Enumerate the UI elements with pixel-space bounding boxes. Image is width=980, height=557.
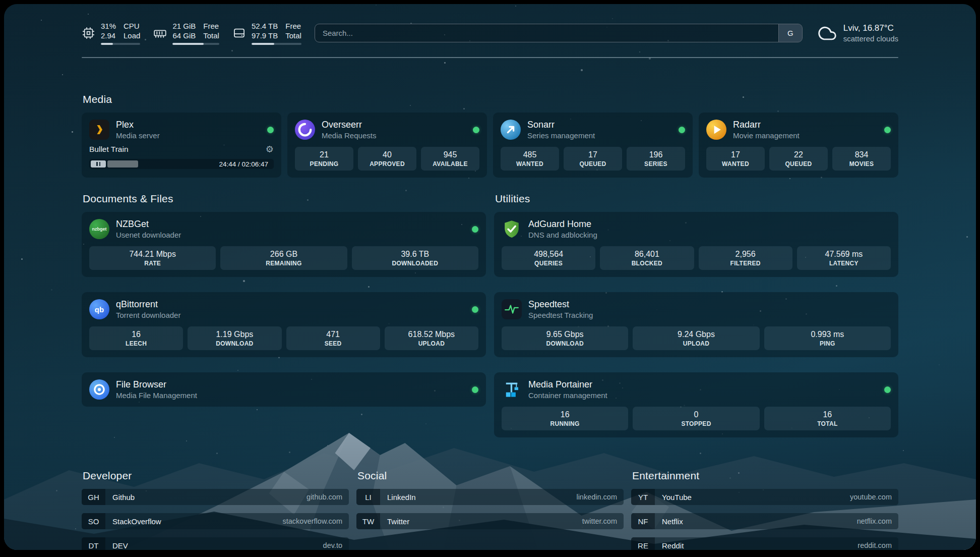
service-card-adguard[interactable]: AdGuard Home DNS and adblocking 498,564 … xyxy=(494,212,898,277)
service-card-portainer[interactable]: Media Portainer Container management 16 … xyxy=(494,372,898,437)
stat-value: 47.569 ms xyxy=(798,250,890,259)
stat-series: 196 SERIES xyxy=(627,147,685,171)
bookmark-url: dev.to xyxy=(323,541,349,549)
bookmark-linkedin[interactable]: LI LinkedIn linkedin.com xyxy=(356,489,624,505)
stat-label: RUNNING xyxy=(503,420,627,427)
stat-value: 9.24 Gbps xyxy=(634,330,758,339)
service-name: Radarr xyxy=(733,120,878,130)
cpu-widget: 31% 2.94 CPU Load xyxy=(82,21,140,45)
pause-button[interactable] xyxy=(91,160,106,168)
stat-value: 498,564 xyxy=(503,250,594,259)
stat-leech: 16 LEECH xyxy=(89,326,183,350)
cpu-labels: CPU Load xyxy=(124,21,140,40)
top-bar: 31% 2.94 CPU Load xyxy=(82,4,898,45)
overseerr-icon xyxy=(295,120,315,140)
service-name: Speedtest xyxy=(528,299,891,310)
stat-value: 0.993 ms xyxy=(765,330,890,339)
stat-label: QUEUED xyxy=(770,160,827,168)
bookmark-stackoverflow[interactable]: SO StackOverflow stackoverflow.com xyxy=(82,513,349,529)
weather-widget: Lviv, 16.87°C scattered clouds xyxy=(816,23,898,43)
stat-value: 2,956 xyxy=(700,250,791,259)
service-card-plex[interactable]: Plex Media server Bullet Train ⚙ 24:44 /… xyxy=(82,113,281,178)
section-title-documents: Documents & Files xyxy=(83,193,486,205)
service-card-sonarr[interactable]: Sonarr Series management 485 WANTED 17 Q… xyxy=(493,113,693,178)
bookmark-abbr: NF xyxy=(631,513,655,529)
service-card-qbittorrent[interactable]: qb qBittorrent Torrent downloader 16 LEE… xyxy=(82,292,486,357)
service-header: Radarr Movie management xyxy=(706,120,891,140)
gear-icon[interactable]: ⚙ xyxy=(266,145,274,154)
status-dot-online xyxy=(884,386,891,393)
stat-label: DOWNLOAD xyxy=(189,340,280,347)
stat-download: 1.19 Gbps DOWNLOAD xyxy=(188,326,281,350)
bookmark-url: twitter.com xyxy=(582,517,624,525)
disk-widget: 52.4 TB 97.9 TB Free Total xyxy=(232,21,301,45)
service-name: Overseerr xyxy=(322,120,466,130)
bookmark-group-developer: Developer GH Github github.com SO StackO… xyxy=(82,470,349,550)
stat-ping: 0.993 ms PING xyxy=(764,326,891,350)
filebrowser-icon xyxy=(89,379,109,400)
stat-value: 834 xyxy=(833,150,890,159)
section-title-developer: Developer xyxy=(83,470,349,482)
stat-value: 40 xyxy=(359,150,415,159)
playback-bar[interactable]: 24:44 / 02:06:47 xyxy=(89,159,274,169)
stat-value: 39.6 TB xyxy=(353,250,477,259)
bookmark-name: Netflix xyxy=(662,517,683,526)
service-name: NZBGet xyxy=(116,219,465,230)
search-input[interactable] xyxy=(315,24,778,42)
status-dot-online xyxy=(472,306,478,313)
bookmark-youtube[interactable]: YT YouTube youtube.com xyxy=(631,489,898,505)
bookmark-netflix[interactable]: NF Netflix netflix.com xyxy=(631,513,898,529)
disk-labels: Free Total xyxy=(285,21,301,40)
stat-value: 485 xyxy=(502,150,558,159)
cpu-progress xyxy=(101,43,140,45)
service-card-filebrowser[interactable]: File Browser Media File Management xyxy=(82,372,486,407)
playback-progress xyxy=(107,160,138,168)
stat-label: FILTERED xyxy=(700,260,791,267)
search-provider-button[interactable]: G xyxy=(778,24,802,42)
service-card-overseerr[interactable]: Overseerr Media Requests 21 PENDING 40 A… xyxy=(287,113,487,178)
service-subtitle: Series management xyxy=(527,131,672,140)
service-card-nzbget[interactable]: nzbget NZBGet Usenet downloader 744.21 M… xyxy=(82,212,486,277)
bookmark-name: StackOverflow xyxy=(112,517,161,526)
service-card-speedtest[interactable]: Speedtest Speedtest Tracking 9.65 Gbps D… xyxy=(494,292,898,357)
cloud-icon xyxy=(816,25,837,42)
stat-value: 22 xyxy=(770,150,827,159)
stat-value: 744.21 Mbps xyxy=(90,250,215,259)
stat-value: 16 xyxy=(765,410,890,419)
qbittorrent-icon: qb xyxy=(89,299,109,319)
speedtest-icon xyxy=(502,299,522,319)
bookmark-github[interactable]: GH Github github.com xyxy=(82,489,349,505)
service-subtitle: Torrent downloader xyxy=(116,311,465,319)
stat-downloaded: 39.6 TB DOWNLOADED xyxy=(352,246,478,270)
bookmark-twitter[interactable]: TW Twitter twitter.com xyxy=(356,513,624,529)
bookmark-dev[interactable]: DT DEV dev.to xyxy=(82,537,349,550)
stat-wanted: 17 WANTED xyxy=(706,147,765,171)
service-stats: 498,564 QUERIES 86,401 BLOCKED 2,956 FIL… xyxy=(502,246,891,270)
stat-label: SEED xyxy=(287,340,379,347)
stat-rate: 744.21 Mbps RATE xyxy=(89,246,216,270)
service-header: AdGuard Home DNS and adblocking xyxy=(502,219,891,239)
bookmark-reddit[interactable]: RE Reddit reddit.com xyxy=(631,537,898,550)
service-stats: 9.65 Gbps DOWNLOAD 9.24 Gbps UPLOAD 0.99… xyxy=(502,326,891,350)
service-subtitle: DNS and adblocking xyxy=(528,231,891,239)
stat-label: LATENCY xyxy=(798,260,890,267)
portainer-icon xyxy=(502,379,522,400)
service-header: Speedtest Speedtest Tracking xyxy=(502,299,891,319)
header-divider xyxy=(82,57,898,58)
bookmark-url: reddit.com xyxy=(858,541,898,549)
service-card-radarr[interactable]: Radarr Movie management 17 WANTED 22 QUE… xyxy=(699,113,898,178)
stat-value: 945 xyxy=(422,150,478,159)
plex-icon xyxy=(89,120,109,140)
stat-label: RATE xyxy=(90,260,215,267)
stat-latency: 47.569 ms LATENCY xyxy=(797,246,891,270)
bookmark-name: Twitter xyxy=(387,517,409,526)
bookmark-url: stackoverflow.com xyxy=(283,517,349,525)
search-bar: G xyxy=(315,24,803,42)
stat-download: 9.65 Gbps DOWNLOAD xyxy=(502,326,628,350)
section-documents: Documents & Files nzbget NZBGet Usenet d… xyxy=(82,193,486,437)
bookmark-group-social: Social LI LinkedIn linkedin.com TW Twitt… xyxy=(356,470,624,550)
playback-time: 24:44 / 02:06:47 xyxy=(219,160,272,168)
stat-approved: 40 APPROVED xyxy=(358,147,416,171)
cpu-values: 31% 2.94 xyxy=(101,21,116,40)
service-stats: 16 RUNNING 0 STOPPED 16 TOTAL xyxy=(502,407,891,430)
